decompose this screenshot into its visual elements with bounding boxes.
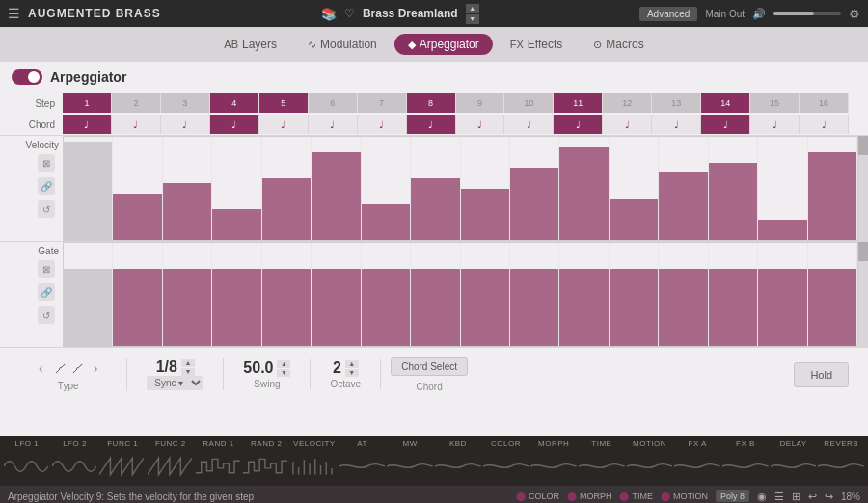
hold-button[interactable]: Hold	[794, 362, 849, 387]
chord-cell-7[interactable]: ♩	[358, 115, 407, 134]
step-cell-10[interactable]: 10	[504, 93, 554, 113]
velocity-bar-10[interactable]	[510, 137, 559, 240]
type-prev-button[interactable]: ‹	[39, 360, 43, 376]
gate-bar-1[interactable]	[64, 243, 113, 346]
sync-spinner[interactable]: ▲ ▼	[181, 359, 195, 376]
volume-slider[interactable]	[773, 12, 841, 15]
chord-cell-13[interactable]: ♩	[652, 115, 701, 134]
gate-bar-12[interactable]	[610, 243, 659, 346]
chord-cell-14[interactable]: ♩	[701, 115, 750, 134]
gate-bar-2[interactable]	[113, 243, 162, 346]
tab-modulation[interactable]: ∿ Modulation	[294, 34, 391, 55]
step-cell-15[interactable]: 15	[750, 93, 800, 113]
gate-bar-5[interactable]	[262, 243, 312, 346]
velocity-bar-14[interactable]	[709, 137, 758, 240]
sync-down-button[interactable]: ▼	[181, 368, 195, 376]
step-cell-4[interactable]: 4	[210, 93, 259, 113]
randomize-velocity-icon[interactable]: ⊠	[38, 154, 55, 172]
velocity-bar-15[interactable]	[758, 137, 807, 240]
time-status-button[interactable]: ⬤ TIME	[619, 491, 653, 501]
menu-icon[interactable]: ☰	[8, 6, 20, 21]
chord-cell-4[interactable]: ♩	[210, 115, 259, 134]
randomize-gate-icon[interactable]: ⊠	[38, 260, 55, 278]
color-status-button[interactable]: ⬤ COLOR	[516, 491, 559, 501]
chord-cell-2[interactable]: ♩	[112, 115, 161, 134]
gate-bar-15[interactable]	[758, 243, 807, 346]
chord-cell-16[interactable]: ♩	[800, 115, 849, 134]
chord-cell-1[interactable]: ♩	[63, 115, 112, 134]
preset-up-button[interactable]: ▲	[466, 4, 479, 13]
velocity-bar-5[interactable]	[262, 137, 312, 240]
mod-item-motion[interactable]: MOTION	[627, 437, 673, 484]
sync-dropdown[interactable]: Sync ▾ Free	[147, 376, 203, 390]
step-cell-13[interactable]: 13	[652, 93, 701, 113]
gate-bar-7[interactable]	[362, 243, 411, 346]
step-cell-12[interactable]: 12	[603, 93, 652, 113]
step-cell-5[interactable]: 5	[259, 93, 309, 113]
redo-icon[interactable]: ↪	[825, 490, 833, 503]
swing-down-button[interactable]: ▼	[277, 369, 290, 377]
link-velocity-icon[interactable]: 🔗	[38, 177, 55, 195]
mod-item-at[interactable]: AT	[339, 437, 386, 484]
gate-bar-9[interactable]	[461, 243, 510, 346]
step-cell-14[interactable]: 14	[701, 93, 750, 113]
chord-cell-9[interactable]: ♩	[456, 115, 505, 134]
gate-bar-13[interactable]	[659, 243, 708, 346]
type-next-button[interactable]: ›	[94, 360, 98, 376]
sync-up-button[interactable]: ▲	[181, 359, 195, 367]
gate-bar-8[interactable]	[411, 243, 460, 346]
mod-item-fx_a[interactable]: FX A	[674, 437, 720, 484]
step-cell-11[interactable]: 11	[554, 93, 603, 113]
morph-status-button[interactable]: ⬤ MORPH	[567, 491, 612, 501]
chord-cell-12[interactable]: ♩	[603, 115, 652, 134]
step-cell-6[interactable]: 6	[309, 93, 358, 113]
mod-item-kbd[interactable]: KBD	[435, 437, 481, 484]
motion-status-button[interactable]: ⬤ MOTION	[661, 491, 708, 501]
reset-velocity-icon[interactable]: ↺	[38, 200, 55, 218]
link-gate-icon[interactable]: 🔗	[38, 283, 55, 301]
view-icon-1[interactable]: ◉	[757, 490, 767, 503]
heart-icon[interactable]: ♡	[344, 7, 355, 20]
chord-cell-3[interactable]: ♩	[161, 115, 210, 134]
swing-spinner[interactable]: ▲ ▼	[277, 360, 290, 377]
arp-toggle[interactable]	[12, 69, 42, 85]
swing-up-button[interactable]: ▲	[277, 360, 290, 368]
tab-macros[interactable]: ⊙ Macros	[580, 34, 657, 55]
mod-item-morph[interactable]: MORPH	[530, 437, 577, 484]
velocity-bar-3[interactable]	[163, 137, 212, 240]
gate-bar-3[interactable]	[163, 243, 212, 346]
gate-bar-14[interactable]	[709, 243, 758, 346]
velocity-bar-11[interactable]	[559, 137, 609, 240]
mod-item-mw[interactable]: MW	[387, 437, 433, 484]
gate-bar-4[interactable]	[212, 243, 261, 346]
gate-bar-16[interactable]	[808, 243, 857, 346]
chord-select-button[interactable]: Chord Select	[391, 357, 468, 376]
velocity-bar-16[interactable]	[808, 137, 857, 240]
mod-item-func2[interactable]: FUNC 2	[148, 437, 194, 484]
undo-icon[interactable]: ↩	[808, 490, 817, 503]
chord-cell-5[interactable]: ♩	[259, 115, 309, 134]
velocity-bar-7[interactable]	[362, 137, 411, 240]
chord-cell-8[interactable]: ♩	[407, 115, 456, 134]
mod-item-lfo2[interactable]: LFO 2	[52, 437, 98, 484]
chord-cell-10[interactable]: ♩	[504, 115, 554, 134]
velocity-bar-1[interactable]	[64, 137, 113, 240]
velocity-bar-12[interactable]	[610, 137, 659, 240]
octave-up-button[interactable]: ▲	[345, 360, 359, 368]
mod-item-lfo1[interactable]: LFO 1	[4, 437, 50, 484]
step-cell-8[interactable]: 8	[407, 93, 456, 113]
step-cell-7[interactable]: 7	[358, 93, 407, 113]
view-icon-3[interactable]: ⊞	[792, 490, 800, 503]
mod-item-velocity[interactable]: VELOCITY	[291, 437, 338, 484]
mod-item-time[interactable]: TIME	[579, 437, 625, 484]
mod-item-reverb[interactable]: REVERB	[818, 437, 864, 484]
chord-cell-6[interactable]: ♩	[309, 115, 358, 134]
chord-cell-11[interactable]: ♩	[554, 115, 603, 134]
reset-gate-icon[interactable]: ↺	[38, 306, 55, 324]
step-cell-9[interactable]: 9	[456, 93, 505, 113]
tab-layers[interactable]: AB Layers	[210, 34, 290, 55]
velocity-bar-9[interactable]	[461, 137, 510, 240]
velocity-bar-4[interactable]	[212, 137, 261, 240]
gate-bar-10[interactable]	[510, 243, 559, 346]
velocity-bar-6[interactable]	[312, 137, 361, 240]
